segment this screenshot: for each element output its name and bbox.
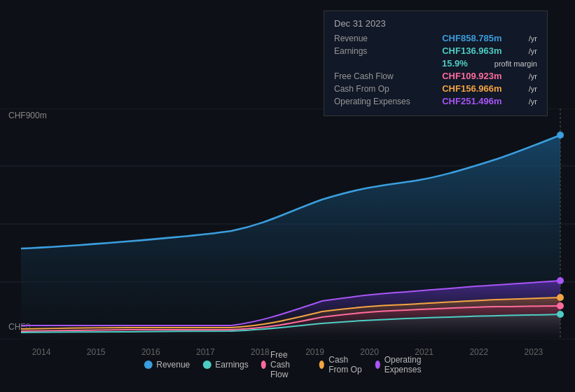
tooltip-earnings-per: /yr xyxy=(529,47,537,55)
legend-opex-dot xyxy=(375,360,380,369)
legend-fcf-dot xyxy=(261,360,266,369)
tooltip-cashop-label: Cash From Op xyxy=(334,84,418,94)
chart-legend: Revenue Earnings Free Cash Flow Cash Fro… xyxy=(144,350,431,379)
legend-revenue: Revenue xyxy=(144,360,190,370)
tooltip-margin-value: 15.9% xyxy=(442,58,468,69)
x-label-2015: 2015 xyxy=(87,347,106,357)
svg-point-8 xyxy=(557,294,564,301)
tooltip-revenue-label: Revenue xyxy=(334,34,418,43)
svg-point-6 xyxy=(557,132,564,139)
tooltip-earnings-row: Earnings CHF136.963m /yr xyxy=(334,46,537,56)
tooltip-margin-row: 15.9% profit margin xyxy=(334,58,537,69)
tooltip-fcf-per: /yr xyxy=(529,72,537,80)
legend-revenue-dot xyxy=(144,360,152,369)
tooltip-cashop-row: Cash From Op CHF156.966m /yr xyxy=(334,83,537,94)
legend-fcf-label: Free Cash Flow xyxy=(270,350,307,379)
x-label-2022: 2022 xyxy=(469,347,488,357)
svg-point-10 xyxy=(557,311,564,318)
tooltip-opex-row: Operating Expenses CHF251.496m /yr xyxy=(334,96,537,106)
tooltip-opex-value: CHF251.496m xyxy=(442,96,501,106)
x-label-2014: 2014 xyxy=(32,347,51,357)
x-label-2023: 2023 xyxy=(525,347,543,357)
legend-cashop-label: Cash From Op xyxy=(328,355,362,374)
legend-earnings-label: Earnings xyxy=(215,360,248,370)
tooltip-opex-per: /yr xyxy=(529,97,537,106)
tooltip-date: Dec 31 2023 xyxy=(334,18,537,29)
tooltip-revenue-row: Revenue CHF858.785m /yr xyxy=(334,33,537,43)
tooltip-revenue-value: CHF858.785m xyxy=(442,33,501,43)
legend-opex: Operating Expenses xyxy=(375,355,431,374)
tooltip-cashop-value: CHF156.966m xyxy=(442,83,501,94)
legend-cashop: Cash From Op xyxy=(319,355,362,374)
legend-revenue-label: Revenue xyxy=(156,360,190,370)
svg-point-7 xyxy=(557,277,564,284)
legend-cashop-dot xyxy=(319,360,324,369)
tooltip-fcf-label: Free Cash Flow xyxy=(334,71,418,81)
tooltip-earnings-label: Earnings xyxy=(334,46,418,56)
tooltip-earnings-value: CHF136.963m xyxy=(442,46,501,56)
tooltip-margin-text: profit margin xyxy=(494,59,537,68)
tooltip-box: Dec 31 2023 Revenue CHF858.785m /yr Earn… xyxy=(324,10,548,116)
legend-earnings-dot xyxy=(202,360,211,369)
svg-point-9 xyxy=(557,302,564,309)
legend-opex-label: Operating Expenses xyxy=(385,355,431,374)
legend-earnings: Earnings xyxy=(202,360,248,370)
legend-fcf: Free Cash Flow xyxy=(261,350,307,379)
tooltip-revenue-per: /yr xyxy=(529,34,537,43)
chart-svg xyxy=(0,108,575,340)
tooltip-fcf-value: CHF109.923m xyxy=(442,71,501,81)
tooltip-opex-label: Operating Expenses xyxy=(334,97,418,106)
tooltip-cashop-per: /yr xyxy=(529,85,537,93)
tooltip-fcf-row: Free Cash Flow CHF109.923m /yr xyxy=(334,71,537,81)
chart-container: Dec 31 2023 Revenue CHF858.785m /yr Earn… xyxy=(0,0,575,392)
